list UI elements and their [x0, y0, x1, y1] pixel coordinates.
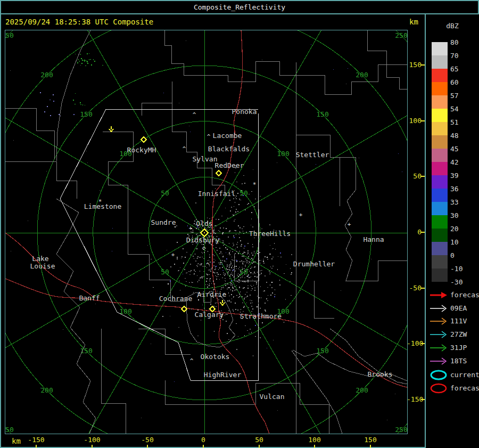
right-axis-tick-label: -50 — [407, 284, 422, 292]
ring-distance-label: 50 — [161, 268, 169, 276]
colorbar-value-label: 39 — [450, 172, 475, 180]
ring-distance-label: 250 — [5, 31, 14, 39]
county-boundary — [56, 30, 90, 161]
legend-row-18TS: 18TS — [429, 355, 479, 368]
colorbar-swatch — [432, 189, 448, 202]
ring-distance-label: 50 — [240, 268, 248, 276]
city-label: Blackfalds — [208, 145, 250, 153]
city-label: Okotoks — [201, 353, 230, 361]
county-boundary — [5, 108, 54, 159]
county-boundary — [346, 260, 407, 281]
bottom-axis-tick-label: -150 — [24, 436, 48, 444]
colorbar-value-label: 51 — [450, 119, 475, 126]
ring-distance-label: 200 — [40, 386, 53, 394]
point-marker: ^ — [190, 357, 194, 364]
city-label: Ponoka — [232, 108, 257, 116]
city-label: Brooks — [368, 370, 393, 378]
point-marker: * — [98, 198, 102, 205]
right-axis-tick-label: -100 — [407, 340, 422, 347]
colorbar-swatch — [432, 229, 448, 242]
colorbar-value-label: 70 — [450, 52, 475, 60]
legend-row-forecast-ellipse: forecast — [429, 382, 479, 395]
colorbar-swatch — [432, 175, 448, 189]
county-boundary — [56, 199, 96, 434]
city-label: Olds — [196, 219, 212, 227]
city-label: RockyMH — [127, 146, 156, 154]
bottom-axis-tick — [36, 445, 37, 448]
top-axis-unit-label: km — [409, 18, 418, 26]
city-label: Sylvan — [193, 155, 218, 163]
colorbar-swatch — [432, 109, 448, 122]
point-marker: ^ — [207, 133, 211, 140]
current-ellipse-icon — [429, 369, 449, 381]
111V-arrow-icon — [429, 315, 449, 328]
window-titlebar[interactable]: Composite_Reflectivity — [1, 1, 478, 14]
right-axis-tick — [421, 120, 425, 121]
colorbar-value-label: 80 — [450, 39, 475, 46]
colorbar-swatch — [432, 122, 448, 135]
colorbar-swatch — [432, 55, 448, 69]
city-label: Louise — [30, 262, 55, 270]
county-boundary — [138, 329, 191, 354]
legend-row-27ZW: 27ZW — [429, 328, 479, 341]
point-marker: * — [253, 181, 257, 188]
09EA-arrow-icon — [429, 302, 449, 315]
legend-row-111V: 111V — [429, 315, 479, 328]
radar-map-display[interactable]: 5050505010010010010015015015015020020020… — [5, 30, 408, 434]
colorbar-swatch — [432, 162, 448, 175]
ring-distance-label: 250 — [395, 426, 407, 434]
colorbar-swatch — [432, 69, 448, 82]
city-label: Hanna — [363, 235, 384, 243]
ring-distance-label: 250 — [5, 426, 14, 434]
city-label: Cochrane — [159, 295, 193, 303]
colorbar-swatch — [432, 95, 448, 109]
city-label: Sundre — [151, 218, 176, 226]
city-label: Innisfail — [198, 190, 235, 198]
ring-distance-label: 50 — [161, 189, 169, 197]
legend-row-current-ellipse: current — [429, 369, 479, 381]
colorbar-value-label: 20 — [450, 225, 475, 233]
colorbar-value-label: 0 — [450, 252, 475, 259]
ring-distance-label: 200 — [356, 386, 368, 394]
motion-arrow-marker — [109, 126, 113, 132]
ring-distance-label: 200 — [356, 71, 368, 79]
city-label: Banff — [79, 294, 100, 302]
city-label: Lake — [32, 255, 48, 263]
right-axis-tick — [421, 232, 425, 233]
bottom-axis-tick-label: -50 — [136, 436, 159, 444]
right-axis-tick — [421, 399, 425, 400]
legend-label: 18TS — [450, 357, 467, 365]
right-axis-tick — [421, 288, 425, 289]
27ZW-arrow-icon — [429, 328, 449, 341]
colorbar-swatches — [432, 42, 448, 282]
right-axis-tick — [421, 176, 425, 177]
city-label: Limestone — [84, 202, 122, 210]
colorbar-swatch — [432, 82, 448, 95]
bottom-axis-tick — [147, 445, 148, 448]
colorbar-swatch — [432, 255, 448, 268]
legend-row-forecast: forecast — [429, 289, 479, 302]
city-label: Airdrie — [197, 290, 227, 298]
colorbar-value-label: 65 — [450, 66, 475, 73]
county-boundary — [101, 329, 126, 434]
right-axis-tick — [421, 343, 425, 344]
colorbar-swatch — [432, 215, 448, 229]
right-axis-tick-label: 100 — [407, 117, 422, 125]
city-label: Stettler — [296, 151, 329, 159]
county-boundary — [5, 161, 77, 199]
bottom-axis-tick — [370, 445, 371, 448]
county-boundary — [314, 281, 334, 318]
colorbar-value-label: 57 — [450, 92, 475, 100]
motion-arrow-marker — [220, 300, 225, 305]
colorbar-value-label: -10 — [450, 265, 475, 273]
colorbar-swatch — [432, 42, 448, 55]
county-boundary — [164, 30, 296, 82]
bottom-axis-tick — [259, 445, 260, 448]
colorbar-value-label: -30 — [450, 279, 475, 286]
legend-row-09EA: 09EA — [429, 302, 479, 315]
ring-distance-label: 200 — [40, 71, 53, 79]
bottom-axis-tick-label: 150 — [359, 436, 382, 444]
bottom-axis-unit-label: km — [12, 437, 21, 445]
window-title: Composite_Reflectivity — [194, 3, 285, 11]
right-axis-tick — [421, 64, 425, 66]
